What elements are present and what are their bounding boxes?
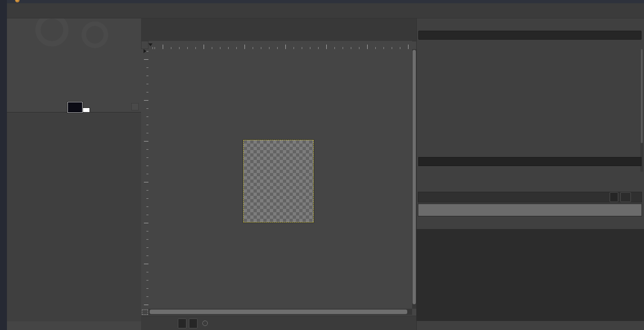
gimp-app-icon [15, 0, 20, 2]
gimp-window [0, 0, 644, 330]
vruler-pointer-marker [144, 49, 146, 53]
mode-select[interactable] [610, 192, 618, 202]
menubar [7, 3, 644, 18]
quick-mask-toggle[interactable] [142, 310, 148, 315]
hruler-big-ticks [148, 45, 412, 49]
vruler-big-ticks [144, 49, 148, 309]
pattern-filter-input[interactable] [418, 31, 642, 40]
pattern-scrollbar-thumb[interactable] [641, 49, 643, 143]
active-tool-icon [202, 321, 208, 326]
horizontal-scrollbar-thumb[interactable] [150, 310, 407, 314]
layer-list [417, 229, 644, 321]
hruler-pointer-marker [148, 43, 153, 46]
layer-action-bar [417, 321, 644, 330]
mode-reset-button[interactable] [620, 192, 631, 202]
pattern-name-input[interactable] [418, 157, 642, 166]
vertical-scrollbar-thumb[interactable] [413, 50, 416, 304]
horizontal-scrollbar[interactable] [148, 309, 412, 315]
image-tabs-strip [141, 18, 416, 41]
horizontal-ruler[interactable] [148, 41, 412, 49]
pattern-action-bar [417, 167, 644, 177]
canvas-viewport[interactable] [148, 49, 412, 309]
ruler-origin-button[interactable] [141, 41, 148, 49]
titlebar[interactable] [7, 0, 644, 3]
vertical-ruler[interactable] [141, 49, 149, 309]
undo-history-footer [7, 321, 141, 330]
toolbox [7, 18, 141, 28]
dock-collapse-button[interactable] [131, 103, 139, 110]
opacity-slider[interactable] [418, 204, 642, 216]
image-layer-boundary[interactable] [243, 140, 314, 222]
os-taskbar [0, 0, 7, 330]
layer-mode-row [418, 192, 642, 202]
left-dock [7, 18, 141, 330]
pattern-scrollbar[interactable] [640, 49, 643, 172]
canvas-area [141, 18, 416, 330]
foreground-color-swatch[interactable] [67, 101, 83, 113]
statusbar [141, 316, 416, 330]
unit-select[interactable] [178, 319, 186, 328]
vertical-scrollbar[interactable] [412, 49, 416, 309]
undo-history-list [7, 112, 141, 321]
zoom-select[interactable] [189, 319, 197, 328]
right-dock [416, 18, 644, 330]
